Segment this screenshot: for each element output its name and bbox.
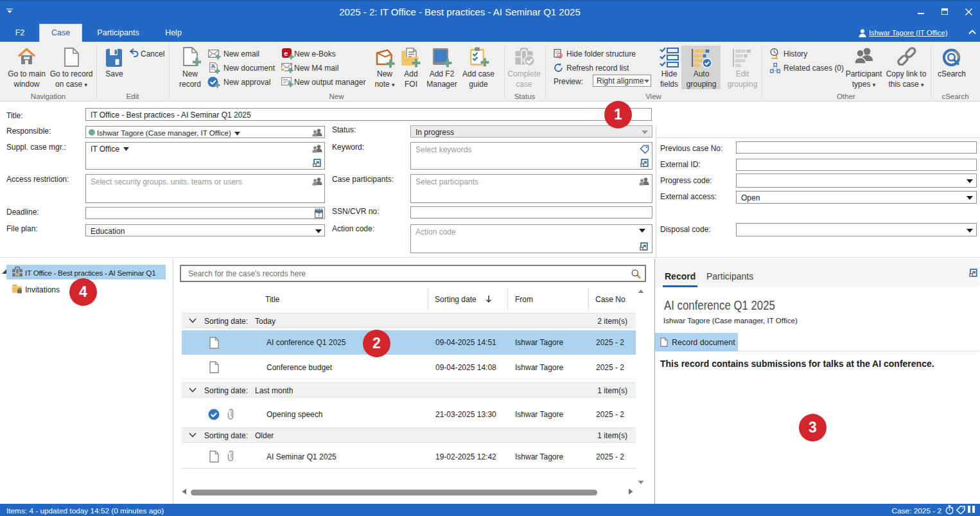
svg-text:e: e bbox=[284, 49, 288, 57]
svg-text:7: 7 bbox=[317, 211, 320, 218]
